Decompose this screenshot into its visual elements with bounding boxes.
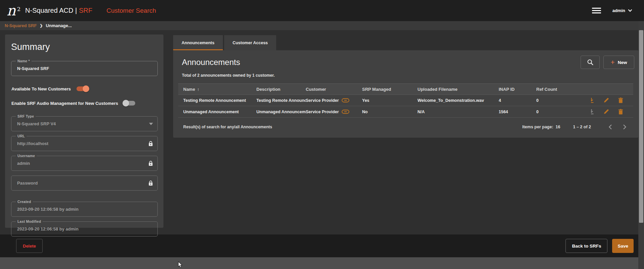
srf-type-field: SRF Type N-Squared SRP V4 <box>11 116 158 131</box>
tab-customer-access[interactable]: Customer Access <box>224 35 276 50</box>
delete-icon[interactable] <box>618 97 623 103</box>
cell-actions <box>591 106 633 118</box>
column-header-customer[interactable]: Customer <box>306 84 362 95</box>
hamburger-menu-icon[interactable] <box>592 6 601 15</box>
announcements-table: Name↑ Description Customer SRP Managed U… <box>178 83 633 118</box>
n-squared-logo[interactable]: n2 <box>7 4 20 17</box>
cell-uploaded-filename: Welcome_To_Demonstration.wav <box>417 95 499 106</box>
column-header-uploaded-filename[interactable]: Uploaded Filename <box>417 84 499 95</box>
mouse-cursor-icon <box>178 261 183 268</box>
lock-icon <box>148 161 153 166</box>
app-title-main: N-Squared ACD | <box>25 7 77 14</box>
announcements-title: Announcements <box>182 58 240 67</box>
customer-name: Service Provider <box>306 110 339 114</box>
table-row: Testing Remote Announcement Testing Remo… <box>178 95 633 106</box>
announcements-card: Announcements + New <box>173 50 638 138</box>
delete-icon[interactable] <box>618 109 623 115</box>
items-per-page-value[interactable]: 16 <box>556 125 560 129</box>
table-row: Unmanaged Announcement Unmanaged Announc… <box>178 106 633 118</box>
search-button[interactable] <box>581 56 600 69</box>
column-header-ref-count[interactable]: Ref Count <box>536 84 591 95</box>
column-header-actions <box>591 84 633 95</box>
sort-ascending-icon: ↑ <box>197 87 199 92</box>
last-modified-field: Last Modified 2023-09-20 12:06:58 by adm… <box>11 221 158 237</box>
cell-ref-count: 0 <box>536 95 591 106</box>
enable-srf-audio-management-toggle[interactable] <box>123 99 136 107</box>
download-icon-disabled <box>591 109 594 115</box>
dropdown-arrow-icon <box>149 123 153 125</box>
cell-ref-count: 0 <box>536 106 591 118</box>
tab-announcements[interactable]: Announcements <box>173 35 223 50</box>
card-actions: + New <box>581 56 634 69</box>
items-per-page-label: Items per page: <box>522 125 553 129</box>
plus-icon: + <box>610 59 614 66</box>
link-icon[interactable] <box>342 98 349 103</box>
tab-bar: Announcements Customer Access <box>173 35 638 50</box>
cell-inap-id: 1564 <box>499 106 536 118</box>
previous-page-icon <box>608 124 612 130</box>
available-to-new-customers-toggle[interactable] <box>76 85 89 92</box>
cell-customer: Service Provider <box>306 95 362 106</box>
url-field: URL http://localhost <box>11 136 158 151</box>
page-range: 1 – 2 of 2 <box>573 125 591 129</box>
scrollbar-thumb[interactable] <box>639 30 643 223</box>
nav-customer-search[interactable]: Customer Search <box>106 7 156 14</box>
toggle-available-label: Available To New Customers <box>11 86 71 91</box>
edit-icon[interactable] <box>603 97 609 103</box>
download-icon[interactable] <box>591 97 594 103</box>
announcements-subtitle: Total of 2 announcements owned by 1 cust… <box>173 73 638 78</box>
column-header-srp-managed[interactable]: SRP Managed <box>362 84 417 95</box>
summary-title: Summary <box>11 42 158 52</box>
column-header-name[interactable]: Name↑ <box>178 84 256 95</box>
created-label: Created <box>16 200 33 204</box>
last-modified-value: 2023-09-20 12:06:58 by admin <box>11 222 157 236</box>
logo-superscript: 2 <box>17 3 20 16</box>
table-footer: Result(s) of search for any/all Announce… <box>173 118 638 130</box>
url-label: URL <box>16 134 27 138</box>
cell-description: Unmanaged Announcement <box>256 106 306 118</box>
srf-type-value: N-Squared SRP V4 <box>11 117 157 131</box>
result-text: Result(s) of search for any/all Announce… <box>183 125 272 129</box>
cell-actions <box>591 95 633 106</box>
column-header-description[interactable]: Description <box>256 84 306 95</box>
main-area: Announcements Customer Access Announceme… <box>173 35 638 138</box>
breadcrumb-current: Unmanage... <box>46 23 72 28</box>
page: n2 N-Squared ACD |SRF Customer Search ad… <box>0 0 644 269</box>
bottom-strip <box>0 257 644 269</box>
toggle-audio-mgmt-label: Enable SRF Audio Management for New Cust… <box>11 101 118 106</box>
srf-type-label: SRF Type <box>16 114 36 118</box>
cell-inap-id: 4 <box>499 95 536 106</box>
new-button[interactable]: + New <box>603 56 634 69</box>
action-bar: Delete Back to SRFs Save <box>0 234 644 257</box>
next-page-icon <box>623 124 627 130</box>
cell-name: Testing Remote Announcement <box>178 95 256 106</box>
toggle-row-audio-mgmt: Enable SRF Audio Management for New Cust… <box>11 99 158 107</box>
column-header-inap-id[interactable]: INAP ID <box>499 84 536 95</box>
header-right: admin <box>592 6 632 15</box>
breadcrumb-root[interactable]: N-Squared SRF <box>5 23 37 28</box>
customer-name: Service Provider <box>306 98 339 103</box>
url-value: http://localhost <box>11 136 157 151</box>
lock-icon <box>148 141 153 146</box>
password-input[interactable] <box>11 176 157 190</box>
vertical-scrollbar <box>638 21 644 269</box>
breadcrumb-separator-icon: ❯ <box>40 23 43 28</box>
app-title-accent: SRF <box>79 7 92 14</box>
password-field <box>11 176 158 191</box>
cell-customer: Service Provider <box>306 106 362 118</box>
breadcrumb: N-Squared SRF ❯ Unmanage... <box>0 21 644 30</box>
back-to-srfs-button[interactable]: Back to SRFs <box>565 239 607 253</box>
action-bar-right: Back to SRFs Save <box>565 239 634 253</box>
user-menu[interactable]: admin <box>612 8 632 13</box>
name-field-label: Name * <box>16 59 32 63</box>
edit-icon[interactable] <box>603 109 609 115</box>
app-title: N-Squared ACD |SRF <box>25 7 92 14</box>
save-button[interactable]: Save <box>612 239 634 253</box>
app-header: n2 N-Squared ACD |SRF Customer Search ad… <box>0 0 644 21</box>
last-modified-label: Last Modified <box>16 219 43 223</box>
delete-button[interactable]: Delete <box>16 239 43 253</box>
link-icon[interactable] <box>342 110 349 114</box>
paginator: Items per page: 16 1 – 2 of 2 <box>522 124 627 130</box>
username-field: Username admin <box>11 156 158 171</box>
name-input[interactable] <box>11 61 157 76</box>
